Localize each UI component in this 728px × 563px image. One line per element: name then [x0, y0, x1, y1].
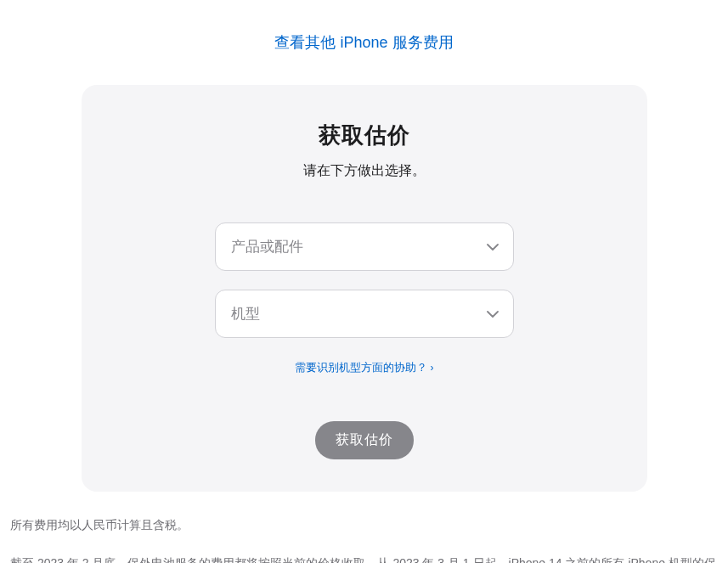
footer-line-2: 截至 2023 年 2 月底，保外电池服务的费用都将按照当前的价格收取。从 20…	[10, 552, 718, 563]
product-select-placeholder: 产品或配件	[231, 237, 303, 256]
card-subtitle: 请在下方做出选择。	[107, 162, 622, 180]
help-link-label: 需要识别机型方面的协助？	[295, 360, 427, 375]
identify-model-help-link[interactable]: 需要识别机型方面的协助？ ›	[295, 360, 434, 375]
card-title: 获取估价	[107, 121, 622, 150]
chevron-right-icon: ›	[431, 362, 434, 374]
model-select[interactable]: 机型	[215, 290, 514, 338]
product-select[interactable]: 产品或配件	[215, 222, 514, 271]
footer-line-1: 所有费用均以人民币计算且含税。	[10, 514, 718, 537]
model-select-placeholder: 机型	[231, 304, 260, 324]
get-estimate-button[interactable]: 获取估价	[315, 421, 414, 459]
estimate-card: 获取估价 请在下方做出选择。 产品或配件 机型 需要识别机型方面的协助？ › 获…	[82, 85, 647, 492]
other-service-fees-link[interactable]: 查看其他 iPhone 服务费用	[274, 34, 453, 51]
footer-notes: 所有费用均以人民币计算且含税。 截至 2023 年 2 月底，保外电池服务的费用…	[0, 492, 728, 563]
